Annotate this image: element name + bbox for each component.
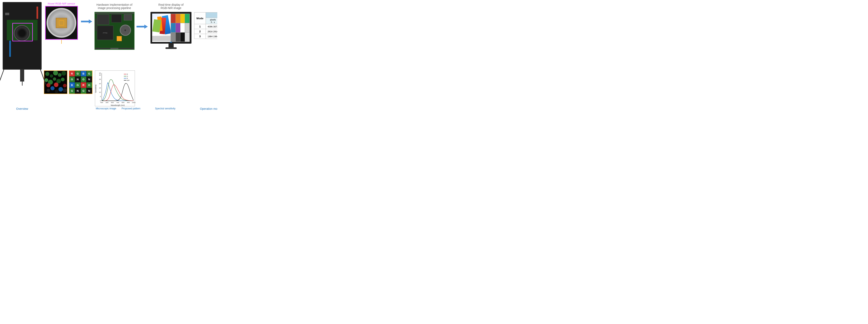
svg-text:25: 25 (99, 78, 101, 80)
svg-text:900: 900 (127, 102, 130, 103)
microscopic-image (44, 70, 67, 94)
svg-text:1000: 1000 (132, 102, 135, 103)
subheader-h: pixels h v (206, 18, 217, 24)
mode-1-pixels: 4096 3072 (206, 24, 217, 29)
svg-text:700: 700 (116, 102, 119, 103)
modes-caption: Operation modes (187, 107, 217, 110)
arrow-1 (80, 19, 93, 25)
pattern-cell: R (81, 82, 86, 88)
microscopic-caption: Microscopic image (94, 107, 118, 110)
arrow-2 (136, 24, 149, 30)
pattern-cell: G (69, 77, 75, 82)
micro-svg (44, 71, 67, 94)
overview-caption: Overview (2, 107, 43, 110)
svg-marker-1 (136, 25, 148, 29)
svg-text:5: 5 (100, 96, 101, 98)
monitor-bezel (151, 12, 191, 44)
pattern-cell: N (87, 77, 92, 82)
svg-text:10: 10 (99, 91, 101, 93)
modes-section: Mode Output pixels h v bit depth fps (194, 2, 217, 39)
svg-text:R: R (127, 73, 128, 75)
svg-text:400: 400 (100, 102, 103, 103)
svg-text:NIR: NIR (127, 79, 130, 81)
svg-text:20: 20 (99, 83, 101, 84)
svg-point-12 (61, 78, 65, 81)
pattern-cell: R (69, 71, 75, 76)
pattern-cell: G (69, 88, 75, 94)
svg-text:G: G (127, 75, 128, 77)
svg-rect-44 (124, 78, 126, 78)
spectral-caption: Spectral sensitivity (145, 107, 186, 110)
table-row: 3 1984 1984 10 120 (194, 34, 218, 39)
svg-text:35: 35 (99, 72, 101, 74)
pattern-section: RGBGGNGNBGRGGNGN (68, 70, 93, 94)
spectral-chart: 0 5 10 15 20 25 30 35 400 500 600 700 80… (95, 70, 135, 106)
pattern-cell: B (81, 71, 86, 76)
output-header: Output (206, 12, 217, 18)
pattern-cell: G (87, 71, 92, 76)
svg-point-10 (53, 77, 56, 81)
realtime-section: Real-time display of RGB-NIR image (150, 2, 192, 49)
svg-text:B: B (127, 77, 128, 79)
svg-point-14 (54, 82, 58, 87)
sensor-section: Novel RGB-NIR sensor (43, 2, 79, 44)
arrow-right-1 (81, 19, 92, 25)
mode-header: Mode (194, 12, 206, 24)
pattern-cell: G (81, 77, 86, 82)
pattern-cell: N (87, 88, 92, 94)
svg-point-16 (51, 86, 55, 90)
svg-point-20 (63, 88, 67, 93)
spectral-section: 0 5 10 15 20 25 30 35 400 500 600 700 80… (94, 70, 135, 106)
table-row: 2 2816 2816 12 60 (194, 29, 218, 34)
microscopic-image-section (43, 70, 68, 94)
svg-point-19 (55, 89, 58, 93)
svg-point-4 (50, 74, 53, 78)
sensor-orange-box (59, 20, 64, 25)
pattern-caption: Proposed pattern (119, 107, 143, 110)
fpga-board: ZYNQ (94, 12, 134, 50)
pattern-cell: N (75, 88, 81, 94)
monitor (151, 12, 191, 49)
svg-point-17 (58, 87, 63, 92)
pattern-cell: G (87, 82, 92, 88)
mode-1: 1 (194, 24, 206, 29)
svg-marker-0 (81, 20, 92, 24)
svg-text:600: 600 (111, 102, 114, 103)
mode-2-pixels: 2816 2816 (206, 29, 217, 34)
sensor-circle (46, 8, 76, 38)
sensor-highlight-box (12, 23, 33, 41)
hardware-section: Hardware implementation of image process… (94, 2, 135, 50)
svg-rect-46 (124, 80, 126, 80)
svg-point-11 (56, 79, 61, 83)
sensor-label: Novel RGB-NIR sensor (48, 2, 75, 5)
svg-point-5 (53, 70, 58, 75)
overview-section (2, 2, 43, 70)
svg-text:500: 500 (105, 102, 108, 103)
pattern-cell: G (75, 82, 81, 88)
hardware-title: Hardware implementation of image process… (96, 2, 132, 11)
camera-body (3, 2, 42, 70)
svg-text:15: 15 (99, 87, 101, 89)
mode-2: 2 (194, 29, 206, 34)
svg-point-15 (63, 84, 67, 87)
svg-point-6 (58, 73, 62, 77)
monitor-screen (152, 13, 190, 42)
svg-text:30: 30 (99, 74, 101, 76)
svg-point-13 (46, 83, 51, 87)
pattern-grid: RGBGGNGNBGRGGNGN (69, 70, 92, 94)
sensor-pink-border (45, 6, 78, 40)
pattern-cell: G (81, 88, 86, 94)
svg-point-7 (62, 71, 66, 76)
table-row: 1 4096 3072 12 30 (194, 24, 218, 29)
pattern-cell: G (75, 71, 81, 76)
svg-text:Wavelength (nm): Wavelength (nm) (111, 104, 124, 106)
mode-3-pixels: 1984 1984 (206, 34, 217, 39)
spectral-svg: 0 5 10 15 20 25 30 35 400 500 600 700 80… (95, 71, 135, 107)
svg-point-18 (47, 89, 50, 92)
svg-text:Sensitivity: Sensitivity (95, 84, 97, 93)
pattern-cell: N (75, 77, 81, 82)
sensor-chip (56, 18, 67, 28)
modes-table: Mode Output pixels h v bit depth fps (194, 12, 217, 39)
svg-rect-42 (124, 76, 126, 76)
realtime-title: Real-time display of RGB-NIR image (158, 2, 184, 11)
